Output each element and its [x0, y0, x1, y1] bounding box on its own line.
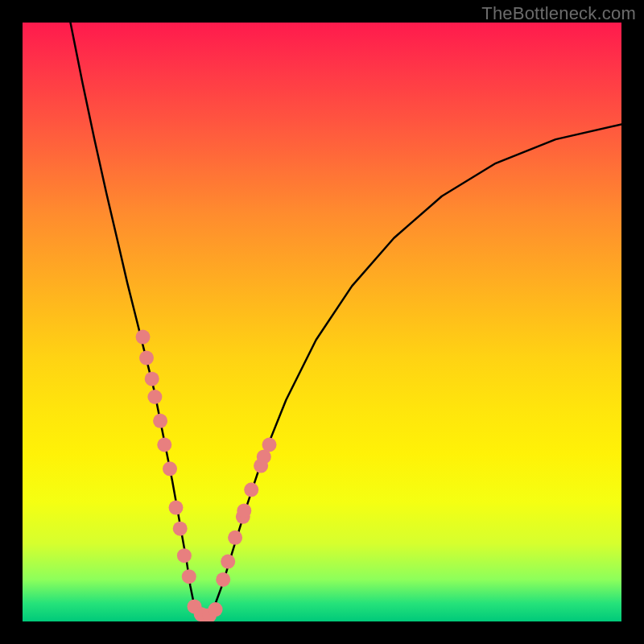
- data-dot: [153, 414, 167, 428]
- chart-svg: [23, 23, 621, 621]
- data-dot: [182, 569, 196, 584]
- data-dot: [139, 351, 154, 365]
- data-dot: [262, 438, 277, 452]
- data-dot: [163, 461, 177, 476]
- data-dot: [221, 555, 235, 569]
- watermark-text: TheBottleneck.com: [481, 3, 636, 24]
- data-dot: [177, 548, 192, 563]
- plot-area: [23, 23, 621, 621]
- data-dot: [228, 530, 242, 545]
- data-dot: [237, 503, 251, 518]
- data-dot: [216, 572, 230, 587]
- data-dot: [208, 602, 223, 617]
- data-dot: [244, 482, 258, 497]
- data-dot: [169, 501, 184, 515]
- data-dot: [145, 372, 159, 386]
- data-dot: [157, 438, 171, 452]
- data-dot: [147, 390, 162, 404]
- data-dot: [173, 522, 188, 536]
- outer-frame: TheBottleneck.com: [0, 0, 644, 644]
- data-dot: [136, 330, 151, 345]
- bottleneck-curve: [71, 23, 622, 618]
- data-dots: [136, 330, 277, 621]
